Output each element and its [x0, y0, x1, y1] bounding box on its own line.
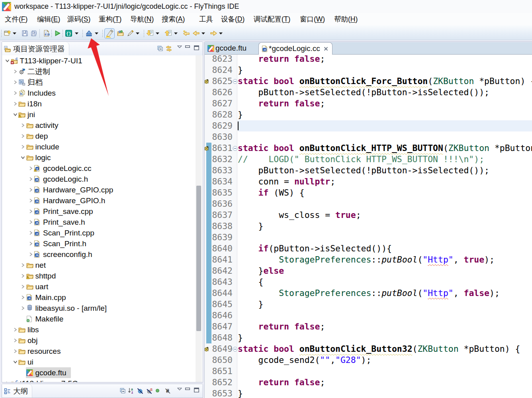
tree-item-ui[interactable]: ui	[2, 357, 203, 367]
pen-button[interactable]	[126, 27, 134, 40]
tree-expand-arrow-icon[interactable]	[27, 165, 34, 172]
dropdown-arrow-icon[interactable]	[156, 32, 159, 35]
dropdown-arrow-icon[interactable]	[75, 32, 78, 35]
tree-item-print-save-cpp[interactable]: .c Print_save.cpp	[2, 206, 203, 217]
tree-item-libs[interactable]: libs	[2, 324, 203, 335]
menu-2[interactable]: 编辑(E)	[35, 13, 62, 25]
menu-6[interactable]: 搜索(A)	[160, 13, 186, 25]
tree-item-gcodelogic-cc[interactable]: c gcodeLogic.cc	[2, 163, 203, 174]
tree-item-makefile[interactable]: Makefile	[2, 314, 203, 324]
tree-expand-arrow-icon[interactable]	[27, 241, 34, 247]
toolbar-dropdown[interactable]	[13, 27, 16, 40]
tree-item--[interactable]: 10 二进制	[2, 66, 203, 77]
save-button[interactable]	[21, 27, 29, 40]
sort-az-button[interactable]: a z	[128, 388, 134, 394]
tree-expand-arrow-icon[interactable]	[20, 294, 26, 301]
menu-4[interactable]: 重构(T)	[97, 13, 123, 25]
toolbar-dropdown[interactable]	[156, 27, 159, 40]
deploy-eject-button[interactable]	[85, 27, 93, 40]
tree-item-scan-print-cpp[interactable]: .c Scan_Print.cpp	[2, 227, 203, 238]
tree-item-dep[interactable]: dep	[2, 131, 203, 141]
tree-item-net[interactable]: net	[2, 260, 203, 271]
new-wizard-button[interactable]	[3, 27, 11, 40]
back-star-button[interactable]	[182, 27, 190, 40]
tree-item-i18n[interactable]: i18n	[2, 98, 203, 109]
dropdown-arrow-icon[interactable]	[136, 32, 139, 35]
dropdown-arrow-icon[interactable]	[174, 32, 178, 35]
tree-item-gcodelogic-h[interactable]: .h gcodeLogic.h	[2, 174, 203, 184]
tree-scrollbar-thumb[interactable]	[196, 186, 201, 331]
tree-expand-arrow-icon[interactable]	[20, 305, 26, 312]
tree-expand-arrow-icon[interactable]	[27, 219, 34, 225]
tree-expand-arrow-icon[interactable]	[20, 144, 26, 150]
tree-expand-arrow-icon[interactable]	[12, 348, 18, 355]
last-edit-down-button[interactable]	[146, 27, 154, 40]
tree-item-t113-klipper-7-ui1[interactable]: C T113-klipper-7-UI1	[2, 55, 203, 66]
back-button[interactable]	[192, 27, 200, 40]
tree-expand-arrow-icon[interactable]	[27, 198, 34, 204]
binary-doc-button[interactable]: 010	[42, 27, 50, 40]
tree-expand-arrow-icon[interactable]	[4, 380, 11, 382]
tree-collapse-arrow-icon[interactable]	[12, 359, 18, 365]
open-type-button[interactable]	[116, 27, 125, 40]
tree-collapse-arrow-icon[interactable]	[4, 58, 11, 64]
view-menu-button[interactable]	[177, 45, 182, 48]
minimize-button[interactable]	[185, 388, 190, 390]
maximize-button[interactable]	[194, 388, 199, 392]
tree-expand-arrow-icon[interactable]	[27, 251, 34, 258]
menu-10[interactable]: 窗口(W)	[298, 13, 327, 25]
hide-fields-button[interactable]	[137, 388, 143, 394]
menu-3[interactable]: 源码(S)	[66, 13, 92, 25]
toolbar-dropdown[interactable]	[219, 27, 223, 40]
minimize-button[interactable]	[185, 45, 190, 48]
save-all-button[interactable]	[29, 27, 38, 40]
dropdown-arrow-icon[interactable]	[95, 32, 98, 35]
tree-item-gcode-ftu[interactable]: gcode.ftu	[2, 367, 203, 378]
tree-collapse-arrow-icon[interactable]	[20, 155, 26, 161]
tree-expand-arrow-icon[interactable]	[12, 101, 18, 107]
tree-item-screenconfig-h[interactable]: .h screenconfig.h	[2, 249, 203, 260]
link-editor-button[interactable]	[165, 45, 172, 52]
tree-item-scan-print-h[interactable]: .h Scan_Print.h	[2, 238, 203, 249]
tree-item-jni[interactable]: jni	[2, 109, 203, 120]
tree-item-includes[interactable]: h Includes	[2, 88, 203, 98]
menu-9[interactable]: 调试配置(T)	[252, 13, 292, 25]
menu-5[interactable]: 导航(N)	[129, 13, 155, 25]
tree-item-uart[interactable]: uart	[2, 281, 203, 292]
tree-item-hardware-gpio-h[interactable]: .h Hardware_GPIO.h	[2, 195, 203, 206]
hide-static-button[interactable]: S	[146, 388, 153, 394]
collapse-all-button[interactable]	[157, 45, 163, 52]
fold-collapse-icon[interactable]	[233, 79, 238, 84]
tab-close-icon[interactable]	[323, 46, 329, 51]
tree-expand-arrow-icon[interactable]	[20, 273, 26, 279]
editor-tab-gcode-ftu[interactable]: gcode.ftu	[206, 42, 250, 54]
toolbar-dropdown[interactable]	[136, 27, 139, 40]
tree-item-main-cpp[interactable]: .c Main.cpp	[2, 292, 203, 303]
tree-item-t113-klipper-7-5g[interactable]: C t113-klipper-7-5G	[2, 378, 203, 382]
tree-expand-arrow-icon[interactable]	[12, 90, 18, 96]
tree-collapse-arrow-icon[interactable]	[12, 112, 18, 118]
forward-button[interactable]	[209, 27, 217, 40]
toolbar-dropdown[interactable]	[95, 27, 98, 40]
code-area[interactable]: 8623862486258626862786288629863086318632…	[205, 55, 532, 398]
tree-item-obj[interactable]: obj	[2, 335, 203, 346]
tree-item-include[interactable]: include	[2, 141, 203, 152]
fold-collapse-icon[interactable]	[233, 146, 238, 151]
tree-expand-arrow-icon[interactable]	[20, 284, 26, 290]
menu-8[interactable]: 设备(D)	[219, 13, 246, 25]
tree-item-libeasyui-so-arm-le-[interactable]: libeasyui.so - [arm/le]	[2, 303, 203, 314]
tree-expand-arrow-icon[interactable]	[20, 133, 26, 139]
tree-item-shttpd[interactable]: shttpd	[2, 271, 203, 281]
dropdown-arrow-icon[interactable]	[201, 32, 205, 35]
dropdown-arrow-icon[interactable]	[13, 32, 16, 35]
tree-expand-arrow-icon[interactable]	[27, 230, 34, 236]
tree-scrollbar[interactable]	[196, 55, 202, 382]
fold-collapse-icon[interactable]	[233, 347, 238, 352]
dropdown-arrow-icon[interactable]	[219, 32, 223, 35]
tree-item--[interactable]: 归档	[2, 77, 203, 88]
tree-expand-arrow-icon[interactable]	[20, 122, 26, 129]
menu-7[interactable]: 工具	[198, 13, 215, 25]
editor-tab--gcodelogic-cc[interactable]: .c *gcodeLogic.cc	[258, 42, 332, 55]
tree-expand-arrow-icon[interactable]	[20, 262, 26, 269]
tree-item-logic[interactable]: logic	[2, 152, 203, 163]
